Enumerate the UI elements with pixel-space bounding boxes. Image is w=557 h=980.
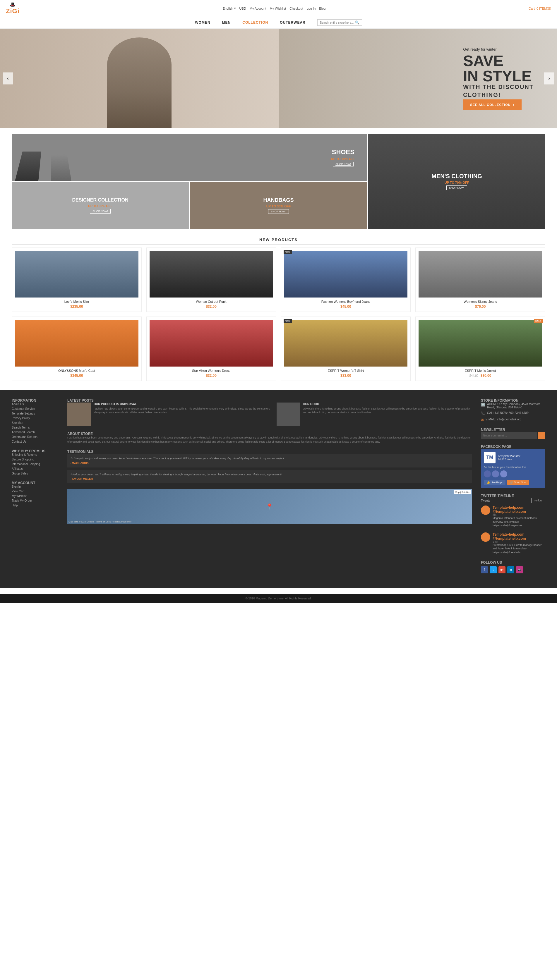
fb-page-name: TemplateMonster xyxy=(498,455,520,458)
newsletter-input[interactable] xyxy=(481,432,537,439)
footer-link-group-sales[interactable]: Group Sales xyxy=(12,472,59,475)
testimonial-author-2: - TAYLOR MILLER xyxy=(70,478,469,480)
googleplus-icon[interactable]: g+ xyxy=(498,566,505,574)
tweet-time-1: 21h xyxy=(493,514,545,516)
language-selector[interactable]: English ▾ xyxy=(222,7,236,10)
footer-link-view-cart[interactable]: View Cart xyxy=(12,490,59,493)
testimonial-text-2: ❝ Follow your dream and it will turn to … xyxy=(70,473,469,476)
footer-link-shipping[interactable]: Shipping & Returns xyxy=(12,453,59,457)
product-card[interactable]: Levi's Men's Slim $235.00 xyxy=(12,247,142,312)
footer-link-track-order[interactable]: Track My Order xyxy=(12,499,59,502)
footer-link-sitemap[interactable]: Site Map xyxy=(12,421,59,424)
footer-link-advanced-search[interactable]: Advanced Search xyxy=(12,431,59,434)
footer-link-intl-shipping[interactable]: International Shipping xyxy=(12,463,59,466)
logo[interactable]: 🎩 ZiGi xyxy=(6,2,20,15)
search-icon[interactable]: 🔍 xyxy=(355,21,360,24)
product-card[interactable]: New Fashion Womens Boyfriend Jeans $45.0… xyxy=(281,247,411,312)
product-card[interactable]: Sale ESPRIT Men's Jacket $44.00 $30.00 xyxy=(415,317,545,381)
linkedin-icon[interactable]: in xyxy=(507,566,514,574)
footer-link-search-terms[interactable]: Search Terms xyxy=(12,426,59,429)
wishlist-link[interactable]: My Wishlist xyxy=(270,7,286,10)
new-products-title: NEW PRODUCTS xyxy=(12,237,545,245)
footer-link-privacy[interactable]: Privacy Policy xyxy=(12,416,59,420)
footer-link-orders[interactable]: Orders and Returns xyxy=(12,435,59,439)
tweet-avatar-1 xyxy=(481,505,490,515)
phone-icon: 📞 xyxy=(481,411,485,415)
twitter-header: Tweets Follow xyxy=(481,498,545,503)
login-link[interactable]: Log In xyxy=(307,7,316,10)
nav-outerwear[interactable]: OUTERWEAR xyxy=(280,21,305,24)
nav-women[interactable]: WOMEN xyxy=(195,21,210,24)
currency-selector[interactable]: USD xyxy=(239,7,246,10)
footer-link-secure[interactable]: Secure Shopping xyxy=(12,458,59,461)
badge-new: New xyxy=(283,250,292,254)
product-price-old: $44.00 xyxy=(469,374,479,377)
shoes-shop-link[interactable]: SHOP NOW! xyxy=(333,162,353,166)
footer-link-contact[interactable]: Contact Us xyxy=(12,440,59,443)
testimonial-item-1: ❝ I thought I am just a dreamer, but now… xyxy=(67,454,472,468)
footer-link-wishlist[interactable]: My Wishlist xyxy=(12,494,59,497)
product-card[interactable]: New ESPRIT Women's T-Shirt $33.00 xyxy=(281,317,411,381)
search-input[interactable] xyxy=(320,21,355,24)
fb-like-button[interactable]: 👍 Like Page xyxy=(484,480,505,485)
map-visual: 📍 Map | Satellite Map data ©2016 Google … xyxy=(67,489,472,524)
product-image xyxy=(419,320,542,367)
promo-designer[interactable]: DESIGNER COLLECTION UP TO 30% OFF SHOP N… xyxy=(12,182,189,229)
tweet-handle-2: Template-help.com @templatehelp.com xyxy=(493,532,545,541)
nav-collection[interactable]: COLLECTION xyxy=(243,21,268,24)
fb-shop-button[interactable]: 🛒 Shop Now xyxy=(507,480,529,485)
footer-link-signin[interactable]: Sign In xyxy=(12,485,59,488)
logo-text: ZiGi xyxy=(6,7,20,15)
product-price: $32.00 xyxy=(150,374,273,378)
twitter-title: TWITTER TIMELINE xyxy=(481,494,545,498)
promo-shoes[interactable]: SHOES UP TO 70% OFF SHOP NOW! xyxy=(12,134,367,181)
blog-link[interactable]: Blog xyxy=(319,7,326,10)
product-card[interactable]: Woman Cut out Punk $32.00 xyxy=(147,247,276,312)
newsletter-submit-button[interactable]: › xyxy=(538,432,545,439)
product-name: Star Vixen Women's Dress xyxy=(150,369,273,372)
product-name: Women's Skinny Jeans xyxy=(419,300,542,303)
product-card[interactable]: ONLY&SONS Men's Coat $345.00 xyxy=(12,317,142,381)
products-grid: Levi's Men's Slim $235.00 Woman Cut out … xyxy=(0,247,557,390)
promo-handbags[interactable]: HANDBAGS UP TO 30% OFF SHOP NOW! xyxy=(190,182,367,229)
footer-link-template[interactable]: Template Settings xyxy=(12,412,59,415)
promo-mens[interactable]: MEN'S CLOTHING UP TO 70% OFF SHOP NOW! xyxy=(368,134,545,229)
follow-us-section: FOLLOW US f t g+ in 📷 xyxy=(481,561,545,574)
twitter-icon[interactable]: t xyxy=(490,566,497,574)
tweets-label: Tweets xyxy=(481,499,490,502)
product-price: $345.00 xyxy=(15,374,138,378)
product-price-area: $44.00 $30.00 xyxy=(419,374,542,378)
follow-us-title: FOLLOW US xyxy=(481,561,545,565)
fb-avatar xyxy=(492,470,499,478)
slider-next-button[interactable]: › xyxy=(544,73,554,85)
slider-prev-button[interactable]: ‹ xyxy=(3,73,13,85)
store-phone: 📞 CALL US NOW: 800-2345-6789 xyxy=(481,411,545,415)
product-card[interactable]: Star Vixen Women's Dress $32.00 xyxy=(147,317,276,381)
testimonials-section: TESTIMONIALS ❝ I thought I am just a dre… xyxy=(67,450,472,483)
search-box[interactable]: 🔍 xyxy=(317,19,362,26)
mens-promo-text: MEN'S CLOTHING UP TO 70% OFF SHOP NOW! xyxy=(432,172,482,190)
tweet-content-2: Template-help.com @templatehelp.com 1 Ja… xyxy=(493,532,545,554)
mens-shop-link[interactable]: SHOP NOW! xyxy=(446,185,467,190)
promo-grid: SHOES UP TO 70% OFF SHOP NOW! MEN'S CLOT… xyxy=(12,134,545,229)
footer-link-about[interactable]: About Us xyxy=(12,403,59,406)
my-account-link[interactable]: My Account xyxy=(250,7,266,10)
facebook-icon[interactable]: f xyxy=(481,566,488,574)
cart-button[interactable]: Cart: 0 ITEM(S) xyxy=(529,7,551,10)
footer-link-customer[interactable]: Customer Service xyxy=(12,407,59,410)
testimonial-text-1: ❝ I thought I am just a dreamer, but now… xyxy=(70,457,469,460)
facebook-title: FACEBOOK PAGE xyxy=(481,445,545,449)
nav-men[interactable]: MEN xyxy=(222,21,231,24)
checkout-link[interactable]: Checkout xyxy=(290,7,303,10)
instagram-icon[interactable]: 📷 xyxy=(516,566,523,574)
store-info-title: STORE INFORMATION xyxy=(481,398,545,403)
footer-link-affiliates[interactable]: Affiliates xyxy=(12,467,59,470)
footer-link-help[interactable]: Help xyxy=(12,504,59,507)
hero-subtitle: WITH THE DISCOUNT xyxy=(463,84,534,90)
follow-button[interactable]: Follow xyxy=(531,498,545,503)
designer-shop-link[interactable]: SHOP NOW! xyxy=(90,209,110,214)
see-all-collection-button[interactable]: SEE ALL COLLECTION › xyxy=(463,99,521,110)
product-card[interactable]: Women's Skinny Jeans $76.00 xyxy=(415,247,545,312)
product-name: Woman Cut out Punk xyxy=(150,300,273,303)
handbags-shop-link[interactable]: SHOP NOW! xyxy=(268,209,288,214)
